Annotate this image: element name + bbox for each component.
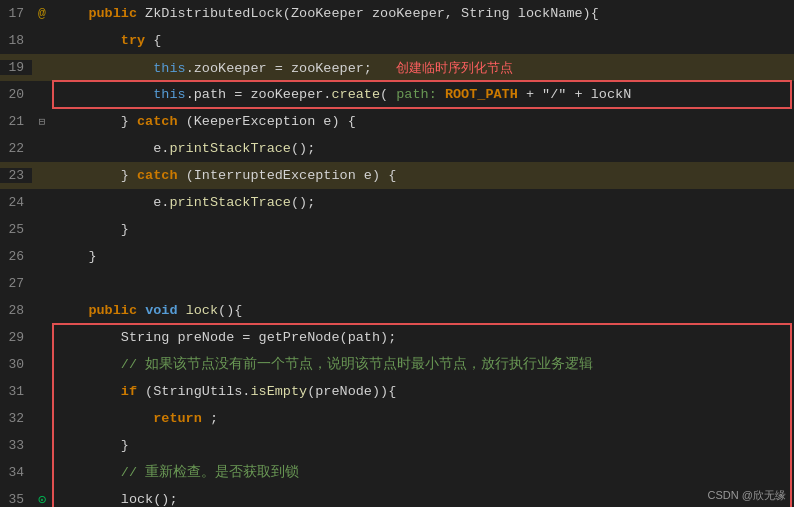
line-number: 35 xyxy=(0,492,32,507)
code-line: 19 this.zooKeeper = zooKeeper; 创建临时序列化节点 xyxy=(0,54,794,81)
line-number: 29 xyxy=(0,330,32,345)
code-lines: 17@ public ZkDistributedLock(ZooKeeper z… xyxy=(0,0,794,507)
line-text: public void lock(){ xyxy=(52,297,794,324)
line-icon: ⊟ xyxy=(32,114,52,129)
line-text: } catch (KeeperException e) { xyxy=(52,108,794,135)
line-text: String preNode = getPreNode(path); xyxy=(52,324,794,351)
line-text: this.path = zooKeeper.create( path: ROOT… xyxy=(52,81,794,108)
watermark: CSDN @欣无缘 xyxy=(708,488,786,503)
code-line: 33 } xyxy=(0,432,794,459)
code-line: 23 } catch (InterruptedException e) { xyxy=(0,162,794,189)
line-text: e.printStackTrace(); xyxy=(52,135,794,162)
line-number: 28 xyxy=(0,303,32,318)
code-line: 17@ public ZkDistributedLock(ZooKeeper z… xyxy=(0,0,794,27)
line-text: } catch (InterruptedException e) { xyxy=(52,162,794,189)
line-number: 19 xyxy=(0,60,32,75)
line-text: this.zooKeeper = zooKeeper; 创建临时序列化节点 xyxy=(52,54,794,82)
line-icon: ⊙ xyxy=(32,491,52,507)
line-text: // 重新检查。是否获取到锁 xyxy=(52,459,794,486)
code-line: 20 this.path = zooKeeper.create( path: R… xyxy=(0,81,794,108)
code-line: 27 xyxy=(0,270,794,297)
line-number: 22 xyxy=(0,141,32,156)
line-number: 32 xyxy=(0,411,32,426)
line-number: 31 xyxy=(0,384,32,399)
code-line: 32 return ; xyxy=(0,405,794,432)
line-number: 27 xyxy=(0,276,32,291)
code-line: 29 String preNode = getPreNode(path); xyxy=(0,324,794,351)
code-line: 30 // 如果该节点没有前一个节点，说明该节点时最小节点，放行执行业务逻辑 xyxy=(0,351,794,378)
line-number: 21 xyxy=(0,114,32,129)
code-line: 28 public void lock(){ xyxy=(0,297,794,324)
code-editor: 17@ public ZkDistributedLock(ZooKeeper z… xyxy=(0,0,794,507)
line-text: return ; xyxy=(52,405,794,432)
code-line: 18 try { xyxy=(0,27,794,54)
line-text: lock(); xyxy=(52,486,794,507)
line-text: } xyxy=(52,432,794,459)
line-text: if (StringUtils.isEmpty(preNode)){ xyxy=(52,378,794,405)
line-text: e.printStackTrace(); xyxy=(52,189,794,216)
line-number: 30 xyxy=(0,357,32,372)
line-number: 25 xyxy=(0,222,32,237)
code-line: 24 e.printStackTrace(); xyxy=(0,189,794,216)
line-number: 24 xyxy=(0,195,32,210)
code-line: 25 } xyxy=(0,216,794,243)
code-line: 21⊟ } catch (KeeperException e) { xyxy=(0,108,794,135)
line-number: 17 xyxy=(0,6,32,21)
line-number: 20 xyxy=(0,87,32,102)
line-text: try { xyxy=(52,27,794,54)
line-number: 34 xyxy=(0,465,32,480)
line-text: } xyxy=(52,216,794,243)
code-line: 34 // 重新检查。是否获取到锁 xyxy=(0,459,794,486)
line-text: public ZkDistributedLock(ZooKeeper zooKe… xyxy=(52,0,794,27)
line-number: 18 xyxy=(0,33,32,48)
line-number: 23 xyxy=(0,168,32,183)
line-number: 26 xyxy=(0,249,32,264)
line-number: 33 xyxy=(0,438,32,453)
line-icon: @ xyxy=(32,6,52,21)
line-text: // 如果该节点没有前一个节点，说明该节点时最小节点，放行执行业务逻辑 xyxy=(52,351,794,378)
code-line: 26 } xyxy=(0,243,794,270)
code-line: 35⊙ lock(); xyxy=(0,486,794,507)
code-line: 22 e.printStackTrace(); xyxy=(0,135,794,162)
code-line: 31 if (StringUtils.isEmpty(preNode)){ xyxy=(0,378,794,405)
line-text: } xyxy=(52,243,794,270)
